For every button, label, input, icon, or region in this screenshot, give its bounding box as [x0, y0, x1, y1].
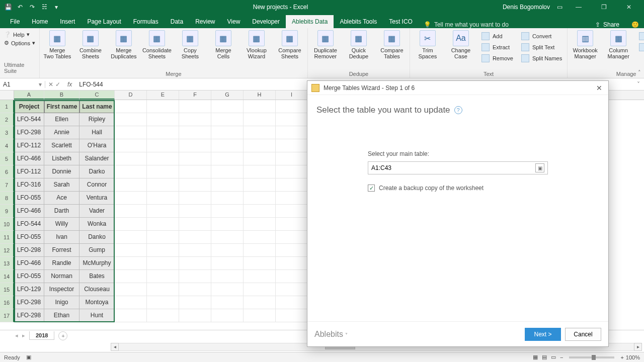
tab-test-ico[interactable]: Test ICO [383, 15, 419, 28]
options-button[interactable]: ⚙ Options ▾ [4, 40, 35, 46]
undo-icon[interactable]: ↶ [15, 2, 25, 12]
share-button[interactable]: ⇪ Share [588, 21, 626, 28]
sheet-tab-2018[interactable]: 2018 [29, 331, 54, 340]
header-last-name: Last name [79, 100, 115, 113]
window-restore[interactable]: ❐ [595, 4, 613, 11]
emoji-icon[interactable]: 🙂 [626, 21, 644, 28]
help-button[interactable]: ❔ Help ▾ [4, 31, 35, 38]
wizard-close-button[interactable]: ✕ [594, 84, 604, 92]
dedupe-item-0[interactable]: ▦DuplicateRemover [311, 30, 340, 59]
merge-item-7[interactable]: ▦CompareSheets [275, 30, 304, 59]
col-header-E[interactable]: E [147, 90, 179, 100]
titlebar: 💾 ↶ ↷ ☵ ▾ New projects - Excel Denis Bog… [0, 0, 644, 14]
view-page-layout-icon[interactable]: ▤ [540, 354, 549, 360]
merge-item-5[interactable]: ▦MergeCells [209, 30, 238, 59]
name-box[interactable]: A1▾ [0, 81, 45, 88]
col-header-H[interactable]: H [244, 90, 276, 100]
text-extract-button[interactable]: Extract [479, 42, 515, 52]
qat-more-icon[interactable]: ▾ [51, 2, 61, 12]
dedupe-item-2[interactable]: ▦CompareTables [377, 30, 407, 59]
ribbon: ❔ Help ▾ ⚙ Options ▾ Ultimate Suite ▦Mer… [0, 28, 644, 78]
merge-item-1[interactable]: ▦CombineSheets [76, 30, 105, 59]
window-minimize[interactable]: — [570, 4, 588, 11]
save-icon[interactable]: 💾 [3, 2, 13, 12]
range-input[interactable] [371, 164, 535, 171]
range-picker-icon[interactable]: ▣ [535, 163, 544, 172]
fx-icon[interactable]: fx [63, 81, 76, 88]
sheet-nav-next[interactable]: ▸ [22, 332, 25, 339]
merge-item-3[interactable]: ▦ConsolidateSheets [142, 30, 172, 59]
col-header-G[interactable]: G [211, 90, 244, 100]
col-header-I[interactable]: I [276, 90, 308, 100]
account-icon[interactable]: ▭ [557, 4, 562, 11]
toc-button[interactable]: TOC [637, 42, 644, 52]
dedupe-item-1[interactable]: ▦QuickDedupe [344, 30, 373, 59]
tab-insert[interactable]: Insert [54, 15, 81, 28]
record-macro-icon[interactable]: ▣ [26, 354, 31, 360]
tab-ablebits-tools[interactable]: Ablebits Tools [334, 15, 383, 28]
view-page-break-icon[interactable]: ▭ [549, 354, 558, 360]
view-normal-icon[interactable]: ▦ [531, 354, 540, 360]
col-header-C[interactable]: C [79, 90, 115, 100]
tab-developer[interactable]: Developer [246, 15, 286, 28]
zoom-level[interactable]: 100% [626, 354, 640, 360]
workbook-manager-button[interactable]: ▥Workbook Manager [571, 30, 600, 59]
backup-label: Create a backup copy of the worksheet [379, 185, 484, 192]
tab-data[interactable]: Data [165, 15, 189, 28]
range-input-row: ▣ [368, 161, 548, 174]
col-header-B[interactable]: B [44, 90, 79, 100]
touch-mode-icon[interactable]: ☵ [39, 2, 49, 12]
main-table-label: Select your main table: [368, 150, 548, 157]
group-manage-label: Manage [616, 70, 636, 78]
tab-page-layout[interactable]: Page Layout [81, 15, 127, 28]
status-bar: Ready ▣ ▦ ▤ ▭ − + 100% [0, 352, 644, 362]
cancel-edit-icon[interactable]: ✕ [48, 81, 53, 88]
ribbon-tabs: File Home Insert Page Layout Formulas Da… [0, 14, 644, 28]
tab-review[interactable]: Review [189, 15, 221, 28]
header-project: Project [14, 100, 44, 113]
sheet-nav-prev[interactable]: ◂ [15, 332, 18, 339]
col-header-D[interactable]: D [115, 90, 147, 100]
merge-item-0[interactable]: ▦MergeTwo Tables [43, 30, 72, 59]
text-add-button[interactable]: Add [479, 31, 515, 41]
expand-formula-bar[interactable]: ˅ [633, 81, 644, 88]
user-name[interactable]: Denis Bogomolov [503, 4, 550, 11]
text-split-names-button[interactable]: Split Names [519, 53, 564, 63]
wizard-icon [311, 84, 319, 92]
tell-me-search[interactable]: 💡Tell me what you want to do [419, 21, 514, 28]
group-text-label: Text [484, 70, 494, 78]
tab-file[interactable]: File [0, 15, 26, 28]
add-sheet-button[interactable]: + [58, 331, 67, 340]
zoom-slider[interactable] [569, 356, 614, 358]
merge-item-6[interactable]: ▦VlookupWizard [242, 30, 271, 59]
collapse-ribbon-button[interactable]: ˄ [638, 69, 641, 76]
help-icon[interactable]: ? [454, 106, 462, 114]
trim-spaces-button[interactable]: ✂Trim Spaces [413, 30, 442, 59]
change-case-button[interactable]: AaChange Case [446, 30, 475, 59]
col-header-A[interactable]: A [14, 90, 44, 100]
merge-item-4[interactable]: ▦CopySheets [176, 30, 205, 59]
column-manager-button[interactable]: ▦Column Manager [604, 30, 633, 59]
redo-icon[interactable]: ↷ [27, 2, 37, 12]
text-remove-button[interactable]: Remove [479, 53, 515, 63]
group-merge-label: Merge [166, 70, 181, 78]
wizard-title: Merge Tables Wizard - Step 1 of 6 [324, 84, 594, 92]
col-header-F[interactable]: F [179, 90, 211, 100]
window-close[interactable]: ✕ [620, 4, 638, 11]
backup-checkbox[interactable]: ✓ [368, 185, 375, 192]
tab-home[interactable]: Home [26, 15, 54, 28]
tab-view[interactable]: View [221, 15, 247, 28]
text-convert-button[interactable]: Convert [519, 31, 564, 41]
header-first-name: First name [44, 100, 79, 113]
select-all-corner[interactable] [0, 90, 14, 100]
cancel-button[interactable]: Cancel [565, 328, 601, 341]
next-button[interactable]: Next > [525, 328, 561, 341]
tab-ablebits-data[interactable]: Ablebits Data [286, 15, 334, 28]
merge-item-2[interactable]: ▦MergeDuplicates [109, 30, 138, 59]
watermarks-button[interactable]: Watermarks [637, 31, 644, 41]
tab-formulas[interactable]: Formulas [127, 15, 165, 28]
enter-edit-icon[interactable]: ✓ [55, 81, 60, 88]
text-split-text-button[interactable]: Split Text [519, 42, 564, 52]
status-ready: Ready [4, 354, 20, 360]
wizard-brand[interactable]: Ablebits˅ [314, 330, 521, 339]
